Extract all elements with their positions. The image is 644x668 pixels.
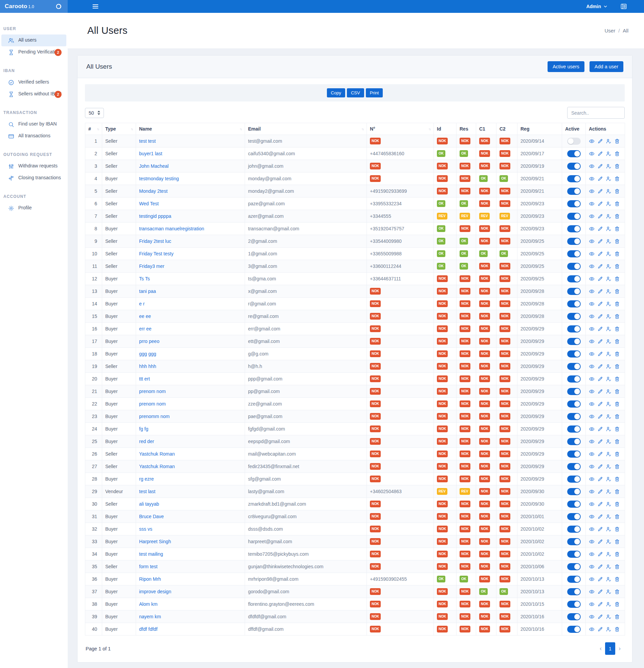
user-check-icon[interactable] [606, 439, 612, 444]
trash-icon[interactable] [614, 376, 620, 382]
trash-icon[interactable] [614, 263, 620, 269]
trash-icon[interactable] [614, 151, 620, 156]
trash-icon[interactable] [614, 601, 620, 607]
eye-icon[interactable] [589, 589, 595, 595]
active-toggle[interactable] [567, 200, 581, 207]
column-header-num[interactable]: #↑↓ [85, 123, 102, 135]
trash-icon[interactable] [614, 213, 620, 219]
active-toggle[interactable] [567, 425, 581, 432]
trash-icon[interactable] [614, 364, 620, 369]
user-name-link[interactable]: Yastchuk Roman [139, 451, 175, 457]
active-toggle[interactable] [567, 576, 581, 583]
eye-icon[interactable] [589, 526, 595, 532]
eye-icon[interactable] [589, 251, 595, 257]
pencil-icon[interactable] [597, 514, 603, 519]
user-check-icon[interactable] [606, 251, 612, 257]
active-toggle[interactable] [567, 213, 581, 220]
user-name-link[interactable]: test mailing [139, 551, 163, 557]
eye-icon[interactable] [589, 551, 595, 557]
eye-icon[interactable] [589, 576, 595, 582]
sidebar-item-closing-transactions[interactable]: Closing transactions [1, 172, 66, 184]
active-toggle[interactable] [567, 513, 581, 520]
trash-icon[interactable] [614, 439, 620, 444]
pencil-icon[interactable] [597, 163, 603, 169]
eye-icon[interactable] [589, 188, 595, 194]
trash-icon[interactable] [614, 314, 620, 319]
sidebar-toggle-icon[interactable] [56, 3, 63, 10]
pencil-icon[interactable] [597, 501, 603, 507]
trash-icon[interactable] [614, 326, 620, 332]
user-check-icon[interactable] [606, 451, 612, 457]
user-check-icon[interactable] [606, 276, 612, 282]
eye-icon[interactable] [589, 289, 595, 294]
column-header-email[interactable]: Email↑↓ [245, 123, 367, 135]
user-name-link[interactable]: transacman manuelregistration [139, 226, 204, 231]
pencil-icon[interactable] [597, 338, 603, 344]
pencil-icon[interactable] [597, 401, 603, 407]
pencil-icon[interactable] [597, 601, 603, 607]
pencil-icon[interactable] [597, 439, 603, 444]
user-check-icon[interactable] [606, 401, 612, 407]
sidebar-item-find-user-by-iban[interactable]: Find user by IBAN [1, 118, 66, 130]
trash-icon[interactable] [614, 251, 620, 257]
user-name-link[interactable]: Ts Ts [139, 276, 150, 282]
pagination-prev[interactable]: ‹ [596, 645, 605, 652]
user-name-link[interactable]: ali tayyab [139, 501, 159, 507]
column-header-type[interactable]: Type↑↓ [102, 123, 136, 135]
column-header-phone[interactable]: N°↑↓ [367, 123, 434, 135]
eye-icon[interactable] [589, 539, 595, 545]
eye-icon[interactable] [589, 564, 595, 570]
pencil-icon[interactable] [597, 451, 603, 457]
user-name-link[interactable]: hhh hhh [139, 364, 156, 369]
trash-icon[interactable] [614, 514, 620, 519]
trash-icon[interactable] [614, 614, 620, 620]
eye-icon[interactable] [589, 314, 595, 319]
eye-icon[interactable] [589, 476, 595, 482]
sidebar-item-pending-verification[interactable]: Pending Verification2 [1, 46, 66, 58]
user-name-link[interactable]: prenomm nom [139, 414, 169, 419]
active-toggle[interactable] [567, 475, 581, 483]
trash-icon[interactable] [614, 351, 620, 357]
user-check-icon[interactable] [606, 489, 612, 495]
user-check-icon[interactable] [606, 163, 612, 169]
active-toggle[interactable] [567, 275, 581, 283]
user-name-link[interactable]: prenom nom [139, 389, 166, 394]
trash-icon[interactable] [614, 239, 620, 244]
active-toggle[interactable] [567, 438, 581, 445]
user-name-link[interactable]: form test [139, 564, 158, 569]
pencil-icon[interactable] [597, 576, 603, 582]
user-check-icon[interactable] [606, 188, 612, 194]
user-name-link[interactable]: ggg ggg [139, 351, 156, 356]
user-check-icon[interactable] [606, 376, 612, 382]
sidebar-item-withdraw-requests[interactable]: Withdraw requests [1, 160, 66, 172]
trash-icon[interactable] [614, 176, 620, 182]
user-check-icon[interactable] [606, 526, 612, 532]
eye-icon[interactable] [589, 464, 595, 469]
eye-icon[interactable] [589, 601, 595, 607]
active-toggle[interactable] [567, 626, 581, 633]
trash-icon[interactable] [614, 464, 620, 469]
active-toggle[interactable] [567, 613, 581, 620]
user-check-icon[interactable] [606, 364, 612, 369]
user-name-link[interactable]: nayem km [139, 614, 161, 619]
eye-icon[interactable] [589, 439, 595, 444]
pencil-icon[interactable] [597, 589, 603, 595]
pencil-icon[interactable] [597, 626, 603, 632]
user-name-link[interactable]: Wed Test [139, 201, 159, 206]
sidebar-item-sellers-without-iban[interactable]: Sellers without IBAN2 [1, 88, 66, 100]
pencil-icon[interactable] [597, 263, 603, 269]
trash-icon[interactable] [614, 188, 620, 194]
active-toggle[interactable] [567, 388, 581, 395]
page-size-select[interactable]: 50 [85, 108, 104, 118]
trash-icon[interactable] [614, 138, 620, 144]
trash-icon[interactable] [614, 301, 620, 307]
active-toggle[interactable] [567, 501, 581, 508]
csv-button[interactable]: CSV [347, 88, 364, 97]
user-name-link[interactable]: dfdf fdfdf [139, 626, 158, 632]
trash-icon[interactable] [614, 163, 620, 169]
pencil-icon[interactable] [597, 464, 603, 469]
user-name-link[interactable]: Friday Test testy [139, 251, 174, 256]
active-toggle[interactable] [567, 488, 581, 495]
user-check-icon[interactable] [606, 201, 612, 207]
user-check-icon[interactable] [606, 176, 612, 182]
